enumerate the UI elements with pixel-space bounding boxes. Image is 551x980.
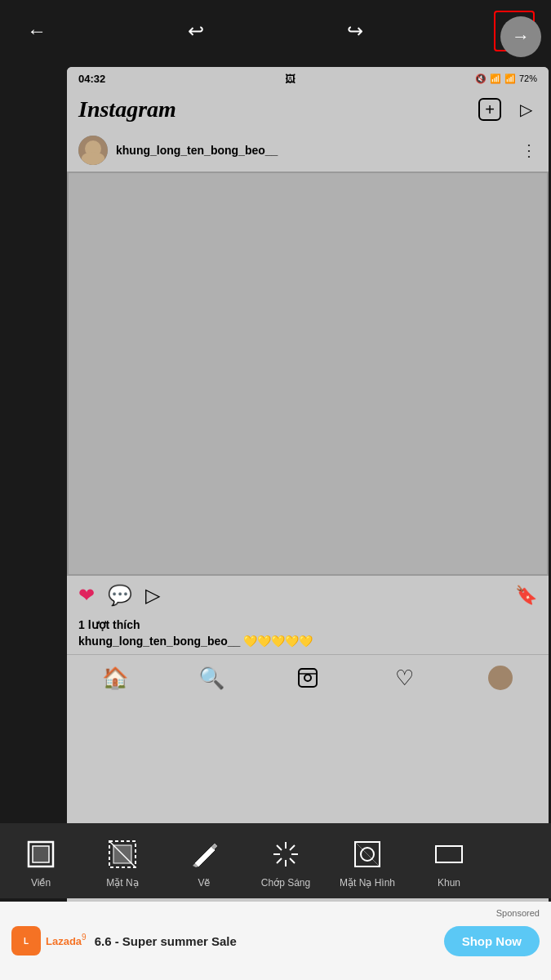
back-button[interactable]: ← xyxy=(16,11,57,51)
tool-mat-na-hinh-label: Mặt Nạ Hình xyxy=(340,877,395,889)
editor-toolbar: Viền Mặt Nạ Vẽ xyxy=(0,823,551,898)
actions-left: ❤ 💬 ▷ xyxy=(78,584,160,607)
like-icon[interactable]: ❤ xyxy=(78,584,95,607)
ad-banner: Sponsored L Lazada9 6.6 - Super summer S… xyxy=(0,902,551,980)
ig-bottom-nav: 🏠 🔍 ♡ xyxy=(67,654,549,701)
tool-mat-na[interactable]: Mặt Nạ xyxy=(82,833,163,892)
post-more-icon[interactable]: ⋮ xyxy=(521,140,537,160)
ig-header-icons: + ▷ xyxy=(478,98,537,121)
svg-rect-0 xyxy=(299,669,317,687)
chop-sang-icon xyxy=(268,836,304,872)
undo-button[interactable]: ↩ xyxy=(176,11,216,51)
lazada-logo-icon: L xyxy=(11,926,41,956)
post-username[interactable]: khung_long_ten_bong_beo__ xyxy=(116,144,278,157)
photo-icon: 🖼 xyxy=(285,73,295,85)
new-post-button[interactable]: + xyxy=(478,98,501,121)
post-user-info: khung_long_ten_bong_beo__ xyxy=(78,136,278,165)
svg-line-12 xyxy=(277,845,282,850)
status-time: 04:32 xyxy=(78,73,105,85)
ad-sponsored-label: Sponsored xyxy=(496,908,540,918)
tool-chop-sang-label: Chớp Sáng xyxy=(261,877,310,889)
profile-avatar xyxy=(488,666,513,690)
instagram-logo: Instagram xyxy=(78,96,176,122)
ad-sale-text: 6.6 - Super summer Sale xyxy=(95,934,436,948)
post-actions: ❤ 💬 ▷ 🔖 xyxy=(67,576,549,615)
nav-search[interactable]: 🔍 xyxy=(192,662,231,694)
direct-message-icon[interactable]: ▷ xyxy=(514,98,537,121)
nav-home[interactable]: 🏠 xyxy=(96,662,135,694)
tool-ve-label: Vẽ xyxy=(198,877,210,889)
bookmark-icon[interactable]: 🔖 xyxy=(515,585,537,606)
ig-header: Instagram + ▷ xyxy=(67,90,549,129)
vien-icon xyxy=(23,836,59,872)
svg-line-14 xyxy=(290,845,295,850)
post-caption: khung_long_ten_bong_beo__ 💛💛💛💛💛 xyxy=(78,635,537,648)
svg-point-1 xyxy=(304,675,311,681)
mute-icon: 🔇 xyxy=(475,74,487,84)
avatar[interactable] xyxy=(78,136,108,165)
post-image xyxy=(67,172,549,576)
wifi-icon: 📶 xyxy=(490,74,501,84)
svg-rect-20 xyxy=(436,846,462,862)
forward-button[interactable]: → xyxy=(500,16,541,57)
svg-line-15 xyxy=(277,858,282,863)
shop-now-button[interactable]: Shop Now xyxy=(444,926,540,956)
svg-line-19 xyxy=(355,842,380,866)
nav-profile[interactable] xyxy=(481,662,520,694)
status-bar: 04:32 🖼 🔇 📶 📶 72% xyxy=(67,67,549,90)
status-icons: 🔇 📶 📶 72% xyxy=(475,74,537,84)
tool-mat-na-label: Mặt Nạ xyxy=(106,877,138,889)
mat-na-icon xyxy=(104,836,140,872)
tool-vien[interactable]: Viền xyxy=(0,833,82,892)
redo-button[interactable]: ↪ xyxy=(335,11,375,51)
post-info: 1 lượt thích khung_long_ten_bong_beo__ 💛… xyxy=(67,615,549,654)
mat-na-hinh-icon xyxy=(349,836,385,872)
lazada-brand: Lazada9 xyxy=(46,933,87,948)
tool-vien-label: Viền xyxy=(31,877,51,889)
tool-khung[interactable]: Khun xyxy=(408,833,490,892)
comment-icon[interactable]: 💬 xyxy=(108,584,132,607)
likes-count: 1 lượt thích xyxy=(78,618,537,631)
signal-icon: 📶 xyxy=(504,74,516,84)
tool-mat-na-hinh[interactable]: Mặt Nạ Hình xyxy=(327,833,408,892)
ve-icon xyxy=(186,836,222,872)
svg-line-13 xyxy=(290,858,295,863)
tool-khung-label: Khun xyxy=(438,877,460,889)
nav-reels[interactable] xyxy=(288,662,327,694)
top-toolbar: ← ↩ ↪ ⬇ → xyxy=(0,0,551,61)
ad-logo: L Lazada9 xyxy=(11,926,87,956)
caption-text: 💛💛💛💛💛 xyxy=(243,635,313,648)
nav-heart[interactable]: ♡ xyxy=(384,662,424,694)
tool-ve[interactable]: Vẽ xyxy=(163,833,245,892)
khung-icon xyxy=(431,836,467,872)
svg-rect-4 xyxy=(33,846,49,862)
post-header: khung_long_ten_bong_beo__ ⋮ xyxy=(67,129,549,172)
share-icon[interactable]: ▷ xyxy=(145,584,160,607)
avatar-face xyxy=(78,136,108,165)
tool-chop-sang[interactable]: Chớp Sáng xyxy=(245,833,327,892)
caption-username[interactable]: khung_long_ten_bong_beo__ xyxy=(78,635,240,648)
battery-text: 72% xyxy=(519,74,537,83)
